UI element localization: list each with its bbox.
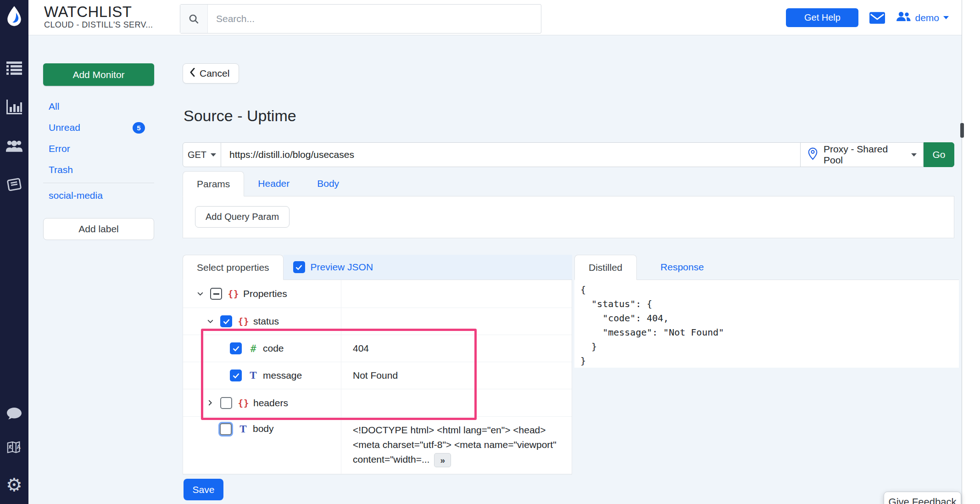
- request-tabs: Params Header Body: [183, 171, 954, 196]
- http-method-label: GET: [188, 150, 206, 160]
- properties-tree: {} Properties {} status #: [183, 280, 572, 475]
- mail-icon[interactable]: [869, 12, 885, 24]
- tree-value: <!DOCTYPE html> <html lang="en"> <head> …: [341, 417, 572, 474]
- chevron-left-icon: [189, 68, 195, 79]
- tab-body[interactable]: Body: [303, 171, 353, 196]
- tree-label: code: [263, 343, 284, 354]
- give-feedback-button[interactable]: Give Feedback: [884, 492, 961, 504]
- go-button[interactable]: Go: [924, 142, 954, 167]
- object-type-icon: {}: [237, 398, 251, 408]
- topbar-actions: Get Help demo: [786, 0, 949, 35]
- page-title: Source - Uptime: [184, 107, 296, 125]
- sidebar-item-label: All: [49, 101, 59, 112]
- monitors-list-icon[interactable]: [6, 60, 22, 76]
- sidebar-item-trash[interactable]: Trash: [43, 159, 154, 180]
- get-help-button[interactable]: Get Help: [786, 8, 858, 27]
- chat-feedback-icon[interactable]: [6, 406, 22, 422]
- user-menu[interactable]: demo: [896, 11, 949, 24]
- distilled-json-preview: { "status": { "code": 404, "message": "N…: [574, 280, 959, 368]
- text-type-icon: T: [246, 370, 260, 381]
- sidebar-item-label: social-media: [49, 190, 103, 201]
- svg-text:A: A: [17, 444, 21, 450]
- properties-checkbox-indeterminate[interactable]: [210, 288, 222, 300]
- status-checkbox[interactable]: [220, 315, 232, 327]
- chevron-down-icon: [943, 16, 949, 19]
- sidebar-label-social-media[interactable]: social-media: [43, 185, 154, 206]
- tree-value: Not Found: [341, 362, 572, 389]
- add-label-button[interactable]: Add label: [43, 218, 154, 240]
- tab-header[interactable]: Header: [244, 171, 303, 196]
- tree-value: [341, 280, 572, 308]
- object-type-icon: {}: [227, 289, 240, 299]
- tab-distilled[interactable]: Distilled: [574, 255, 637, 280]
- tree-value: [341, 308, 572, 335]
- preview-json-label: Preview JSON: [311, 262, 373, 273]
- save-button[interactable]: Save: [184, 479, 223, 500]
- number-type-icon: #: [246, 343, 260, 354]
- tab-params[interactable]: Params: [183, 171, 244, 196]
- request-bar: GET Proxy - Shared Pool Go: [183, 142, 954, 167]
- search-box: [180, 4, 541, 34]
- search-input[interactable]: [208, 5, 541, 33]
- http-method-dropdown[interactable]: GET: [183, 142, 221, 167]
- params-panel: Add Query Param: [183, 196, 954, 238]
- url-input[interactable]: [221, 149, 800, 160]
- tree-row-message: T message Not Found: [183, 362, 572, 389]
- cancel-button[interactable]: Cancel: [183, 63, 239, 84]
- tree-label: Properties: [243, 288, 287, 299]
- chevron-right-icon[interactable]: [206, 399, 214, 407]
- tree-row-headers: {} headers: [183, 389, 572, 417]
- headers-checkbox[interactable]: [220, 397, 232, 409]
- chevron-down-icon: [911, 153, 917, 157]
- text-type-icon: T: [236, 423, 250, 435]
- sidebar-item-error[interactable]: Error: [43, 138, 154, 159]
- give-feedback-label: Give Feedback: [889, 496, 957, 504]
- sidebar: Add Monitor All Unread 5 Error Trash soc…: [43, 63, 154, 240]
- username: demo: [915, 12, 939, 23]
- topbar: WATCHLIST CLOUD - DISTILL'S SERV... Get …: [28, 0, 962, 35]
- sidebar-item-all[interactable]: All: [43, 96, 154, 117]
- chevron-down-icon[interactable]: [196, 290, 204, 298]
- preview-json-checkbox[interactable]: [293, 261, 305, 273]
- add-query-param-button[interactable]: Add Query Param: [195, 206, 290, 228]
- result-tabs: Distilled Response: [574, 255, 959, 280]
- tree-row-status: {} status: [183, 308, 572, 335]
- translate-language-icon[interactable]: A: [6, 440, 22, 456]
- sidebar-item-label: Trash: [49, 164, 73, 175]
- browser-scrollbar[interactable]: [962, 0, 980, 504]
- message-checkbox[interactable]: [230, 370, 242, 381]
- tree-label: message: [263, 370, 302, 381]
- app-subtitle: CLOUD - DISTILL'S SERV...: [44, 20, 153, 30]
- tree-label: body: [253, 423, 274, 434]
- unread-count-badge: 5: [133, 122, 145, 134]
- settings-gear-icon[interactable]: ⚙: [6, 476, 22, 493]
- distill-drop-logo[interactable]: [6, 6, 23, 28]
- tree-row-properties: {} Properties: [183, 280, 572, 308]
- result-panel: Distilled Response { "status": { "code":…: [574, 255, 959, 368]
- users-group-icon[interactable]: [6, 138, 22, 154]
- url-field-wrap: [221, 142, 801, 167]
- tree-value: [341, 389, 572, 416]
- tab-response[interactable]: Response: [647, 255, 718, 280]
- proxy-dropdown[interactable]: Proxy - Shared Pool: [801, 142, 924, 167]
- chevron-down-icon[interactable]: [206, 318, 214, 325]
- app-title: WATCHLIST: [44, 3, 153, 20]
- expand-value-button[interactable]: »: [434, 453, 451, 467]
- proxy-label: Proxy - Shared Pool: [824, 144, 906, 166]
- docs-book-icon[interactable]: [6, 176, 22, 193]
- reports-chart-icon[interactable]: [6, 99, 22, 115]
- sidebar-divider: [43, 183, 154, 183]
- sidebar-nav: All Unread 5 Error Trash social-media: [43, 96, 154, 206]
- tab-select-properties[interactable]: Select properties: [183, 255, 284, 280]
- sidebar-item-unread[interactable]: Unread 5: [43, 117, 154, 138]
- code-checkbox[interactable]: [230, 342, 242, 354]
- scrollbar-thumb[interactable]: [960, 123, 964, 138]
- add-monitor-button[interactable]: Add Monitor: [43, 63, 154, 86]
- sidebar-item-label: Unread: [49, 122, 80, 133]
- cancel-label: Cancel: [200, 68, 229, 79]
- tree-label: status: [253, 316, 279, 327]
- main-content: Cancel Source - Uptime GET Proxy - Share…: [183, 48, 959, 504]
- preview-json-toggle[interactable]: Preview JSON: [284, 255, 572, 280]
- brand: WATCHLIST CLOUD - DISTILL'S SERV...: [44, 3, 153, 30]
- body-checkbox[interactable]: [220, 423, 232, 435]
